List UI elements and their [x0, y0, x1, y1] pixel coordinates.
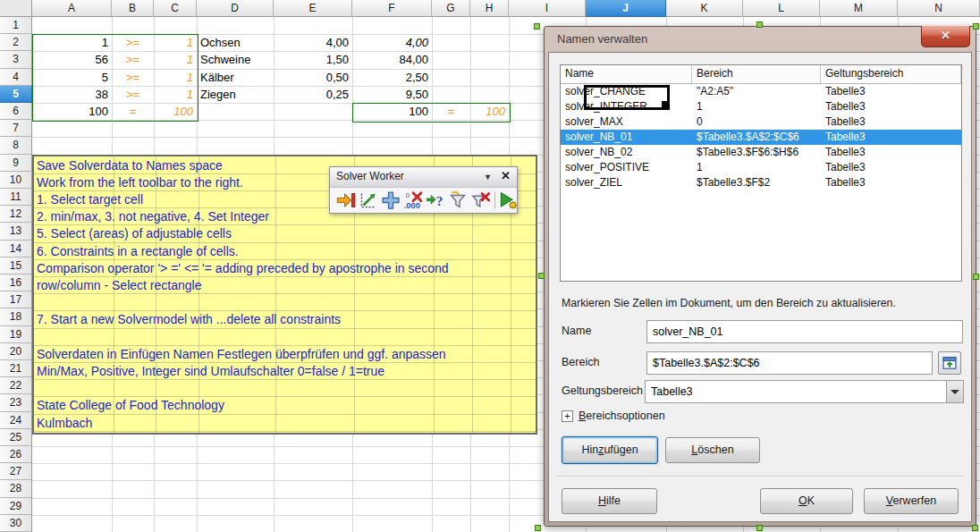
row-header-24[interactable]: 24 — [0, 412, 32, 429]
column-header-C[interactable]: C — [154, 0, 197, 17]
row-header-7[interactable]: 7 — [0, 120, 32, 137]
cell-A3[interactable]: 56 — [32, 51, 112, 68]
column-header-M[interactable]: M — [820, 0, 898, 17]
hinzufuegen-button[interactable]: Hinzufügen — [562, 436, 658, 464]
row-header-13[interactable]: 13 — [0, 223, 32, 240]
cell-C2[interactable]: 1 — [154, 34, 197, 51]
dialog-close-button[interactable]: ✕ — [921, 26, 970, 47]
column-header-J[interactable]: J — [586, 0, 666, 17]
cell-A5[interactable]: 38 — [32, 86, 112, 103]
filter-icon[interactable] — [448, 190, 468, 210]
column-header-K[interactable]: K — [666, 0, 743, 17]
column-header-B[interactable]: B — [112, 0, 154, 17]
row-header-2[interactable]: 2 — [0, 34, 32, 51]
selection-handle[interactable] — [972, 525, 978, 531]
cell-B3[interactable]: >= — [112, 51, 154, 68]
column-header-N[interactable]: N — [898, 0, 980, 17]
row-header-5[interactable]: 5 — [0, 86, 32, 103]
cell-E4[interactable]: 0,50 — [274, 69, 352, 86]
ok-button[interactable]: OK — [760, 488, 853, 514]
row-header-19[interactable]: 19 — [0, 326, 32, 343]
cell-D4[interactable]: Kälber — [197, 69, 274, 86]
row-header-8[interactable]: 8 — [0, 137, 32, 154]
toolbar-menu-arrow-icon[interactable]: ▼ — [484, 173, 492, 182]
cell-B5[interactable]: >= — [112, 86, 154, 103]
selection-handle[interactable] — [973, 274, 979, 280]
toolbar-titlebar[interactable]: Solver Worker ▼ ✕ — [330, 167, 517, 188]
row-header-14[interactable]: 14 — [0, 241, 32, 258]
row-header-16[interactable]: 16 — [0, 274, 32, 291]
row-header-30[interactable]: 30 — [0, 515, 32, 532]
row-header-4[interactable]: 4 — [0, 69, 32, 86]
list-header-name[interactable]: Name — [561, 65, 692, 83]
cell-D5[interactable]: Ziegen — [197, 86, 274, 103]
cell-F5[interactable]: 9,50 — [352, 86, 432, 103]
row-header-9[interactable]: 9 — [0, 155, 32, 172]
row-header-18[interactable]: 18 — [0, 308, 32, 325]
selection-handle[interactable] — [756, 525, 763, 531]
geltungsbereich-select[interactable]: Tabelle3 — [645, 380, 964, 403]
list-row-solver_POSITIVE[interactable]: solver_POSITIVE1Tabelle3 — [561, 160, 961, 175]
cell-H6[interactable]: 100 — [470, 103, 509, 120]
column-header-E[interactable]: E — [274, 0, 352, 17]
name-input[interactable]: solver_NB_01 — [646, 320, 963, 343]
shrink-range-button[interactable] — [938, 351, 961, 375]
cell-E2[interactable]: 4,00 — [274, 34, 352, 51]
check-model-icon[interactable]: ? — [426, 190, 445, 210]
row-header-27[interactable]: 27 — [0, 463, 32, 480]
list-row-solver_NB_02[interactable]: solver_NB_02$Tabelle3.$F$6:$H$6Tabelle3 — [561, 145, 961, 160]
toolbar-close-icon[interactable]: ✕ — [501, 169, 511, 182]
row-header-28[interactable]: 28 — [0, 480, 32, 497]
cell-A2[interactable]: 1 — [32, 34, 112, 51]
list-header-bereich[interactable]: Bereich — [692, 65, 821, 83]
cell-F2[interactable]: 4,00 — [352, 34, 432, 51]
row-header-29[interactable]: 29 — [0, 498, 32, 515]
row-header-10[interactable]: 10 — [0, 172, 32, 189]
row-header-25[interactable]: 25 — [0, 429, 32, 446]
cell-F6[interactable]: 100 — [352, 103, 432, 120]
selection-handle[interactable] — [538, 273, 545, 279]
selection-handle[interactable] — [534, 23, 540, 30]
cell-A6[interactable]: 100 — [32, 103, 112, 120]
row-header-21[interactable]: 21 — [0, 360, 32, 377]
list-row-solver_MAX[interactable]: solver_MAX0Tabelle3 — [561, 114, 961, 130]
row-header-6[interactable]: 6 — [0, 103, 32, 120]
bereich-input[interactable]: $Tabelle3.$A$2:$C$6 — [646, 351, 933, 375]
run-solver-icon[interactable] — [498, 190, 518, 210]
expand-plus-icon[interactable]: + — [562, 410, 573, 422]
delete-filter-icon[interactable] — [470, 190, 490, 210]
hilfe-button[interactable]: Hilfe — [562, 488, 657, 514]
row-header-3[interactable]: 3 — [0, 51, 32, 68]
cell-F3[interactable]: 84,00 — [352, 51, 432, 68]
column-header-L[interactable]: L — [743, 0, 820, 17]
cell-E5[interactable]: 0,25 — [274, 86, 352, 103]
column-header-D[interactable]: D — [197, 0, 274, 17]
column-header-I[interactable]: I — [509, 0, 586, 17]
row-header-12[interactable]: 12 — [0, 206, 32, 223]
column-header-A[interactable]: A — [32, 0, 112, 17]
cell-G6[interactable]: = — [432, 103, 470, 120]
cell-C3[interactable]: 1 — [154, 51, 197, 68]
row-header-15[interactable]: 15 — [0, 258, 32, 274]
integer-format-icon[interactable]: 0.000 — [403, 190, 423, 210]
cell-F4[interactable]: 2,50 — [352, 69, 432, 86]
min-max-icon[interactable] — [359, 190, 378, 210]
row-header-26[interactable]: 26 — [0, 446, 32, 463]
cell-A4[interactable]: 5 — [32, 69, 112, 86]
cell-B2[interactable]: >= — [112, 34, 154, 51]
list-row-solver_ZIEL[interactable]: solver_ZIEL$Tabelle3.$F$2Tabelle3 — [561, 175, 961, 190]
row-header-23[interactable]: 23 — [0, 394, 32, 411]
cell-E3[interactable]: 1,50 — [274, 51, 352, 68]
loeschen-button[interactable]: Löschen — [665, 437, 760, 463]
list-row-solver_NB_01[interactable]: solver_NB_01$Tabelle3.$A$2:$C$6Tabelle3 — [561, 130, 961, 145]
add-constraint-icon[interactable] — [381, 190, 401, 210]
selection-handle[interactable] — [756, 21, 763, 28]
cell-D2[interactable]: Ochsen — [197, 34, 274, 51]
row-header-20[interactable]: 20 — [0, 343, 32, 360]
cell-C6[interactable]: 100 — [154, 103, 197, 120]
dropdown-button[interactable] — [946, 381, 963, 402]
cell-C4[interactable]: 1 — [154, 69, 197, 86]
row-header-17[interactable]: 17 — [0, 291, 32, 308]
cell-B4[interactable]: >= — [112, 69, 154, 86]
list-header-geltungsbereich[interactable]: Geltungsbereich — [821, 65, 961, 83]
